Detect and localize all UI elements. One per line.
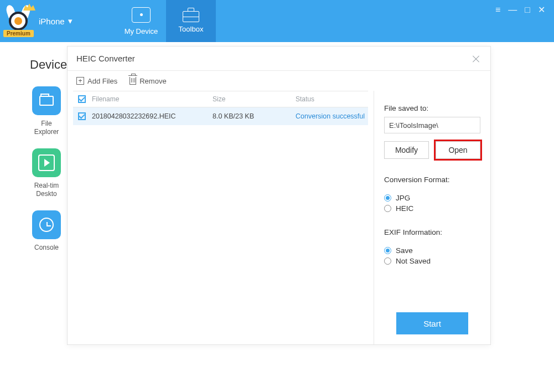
clock-icon: [32, 210, 61, 239]
tab-toolbox[interactable]: Toolbox: [166, 0, 216, 42]
exif-notsaved-radio[interactable]: Not Saved: [384, 257, 480, 265]
row-checkbox[interactable]: [78, 112, 86, 120]
plus-icon: +: [76, 77, 84, 85]
cell-filename: 20180428032232692.HEIC: [91, 112, 213, 120]
radio-icon: [384, 205, 391, 212]
table-row[interactable]: 20180428032232692.HEIC 8.0 KB/23 KB Conv…: [73, 107, 368, 125]
app-logo-icon: Premium: [4, 7, 32, 35]
maximize-icon[interactable]: □: [525, 6, 530, 14]
bg-item-realtime-desktop[interactable]: Real-tim Deskto: [30, 148, 63, 198]
exif-group: Save Not Saved: [384, 244, 480, 267]
close-icon[interactable]: ✕: [538, 6, 545, 14]
play-icon: [32, 148, 61, 177]
window-controls: ≡ — □ ✕: [495, 0, 554, 42]
options-panel: File saved to: E:\iToolsImage\ Modify Op…: [374, 91, 490, 344]
format-heic-radio[interactable]: HEIC: [384, 204, 480, 213]
briefcase-icon: [183, 11, 199, 22]
heic-converter-dialog: HEIC Converter + Add Files Remove Filena…: [67, 46, 491, 345]
tablet-icon: [132, 7, 151, 23]
radio-icon: [384, 257, 391, 265]
premium-badge: Premium: [3, 30, 34, 37]
radio-label: Not Saved: [396, 257, 431, 265]
cell-status: Conversion successful: [296, 112, 368, 120]
bg-item-label: File Explorer: [34, 120, 59, 136]
button-label: Remove: [139, 77, 166, 85]
radio-icon: [384, 247, 391, 254]
dialog-close-icon[interactable]: [470, 53, 481, 64]
minimize-icon[interactable]: —: [508, 6, 517, 14]
start-button[interactable]: Start: [396, 312, 468, 334]
radio-label: Save: [396, 246, 413, 255]
radio-label: HEIC: [396, 204, 413, 213]
format-jpg-radio[interactable]: JPG: [384, 194, 480, 202]
logo-area: Premium iPhone ▾: [0, 0, 116, 42]
file-list: Filename Size Status 20180428032232692.H…: [68, 91, 374, 344]
button-label: Add Files: [87, 77, 117, 85]
hamburger-icon[interactable]: ≡: [495, 6, 500, 14]
folder-icon: [32, 86, 61, 115]
chevron-down-icon: ▾: [68, 16, 73, 26]
add-files-button[interactable]: + Add Files: [76, 77, 117, 85]
bg-item-label: Real-tim Deskto: [34, 182, 59, 198]
select-all-checkbox[interactable]: [78, 95, 86, 103]
exif-label: EXIF Information:: [384, 228, 480, 236]
tab-label: My Device: [125, 27, 158, 35]
format-group: JPG HEIC: [384, 192, 480, 215]
device-name: iPhone: [39, 17, 65, 26]
format-label: Conversion Format:: [384, 176, 480, 184]
radio-icon: [384, 194, 391, 202]
bg-item-label: Console: [34, 244, 59, 252]
bg-item-console[interactable]: Console: [30, 210, 63, 252]
radio-label: JPG: [396, 194, 410, 202]
table-header: Filename Size Status: [73, 91, 368, 107]
saved-to-label: File saved to:: [384, 104, 480, 112]
bg-item-file-explorer[interactable]: File Explorer: [30, 86, 63, 136]
open-button[interactable]: Open: [436, 141, 480, 159]
header-tabs: My Device Toolbox: [116, 0, 216, 42]
dialog-titlebar: HEIC Converter: [68, 47, 490, 71]
device-selector[interactable]: iPhone ▾: [39, 16, 73, 26]
trash-icon: [130, 77, 136, 85]
saved-path-input[interactable]: E:\iToolsImage\: [384, 117, 480, 133]
modify-button[interactable]: Modify: [384, 141, 429, 159]
col-status[interactable]: Status: [296, 95, 368, 103]
dialog-title: HEIC Converter: [76, 54, 135, 63]
cell-size: 8.0 KB/23 KB: [213, 112, 296, 120]
remove-button[interactable]: Remove: [130, 77, 166, 85]
col-filename[interactable]: Filename: [91, 95, 213, 103]
top-header: Premium iPhone ▾ My Device Toolbox ≡ — □…: [0, 0, 554, 42]
exif-save-radio[interactable]: Save: [384, 246, 480, 255]
col-size[interactable]: Size: [213, 95, 296, 103]
tab-label: Toolbox: [179, 25, 204, 33]
dialog-toolbar: + Add Files Remove: [68, 71, 490, 91]
tab-my-device[interactable]: My Device: [116, 0, 166, 42]
